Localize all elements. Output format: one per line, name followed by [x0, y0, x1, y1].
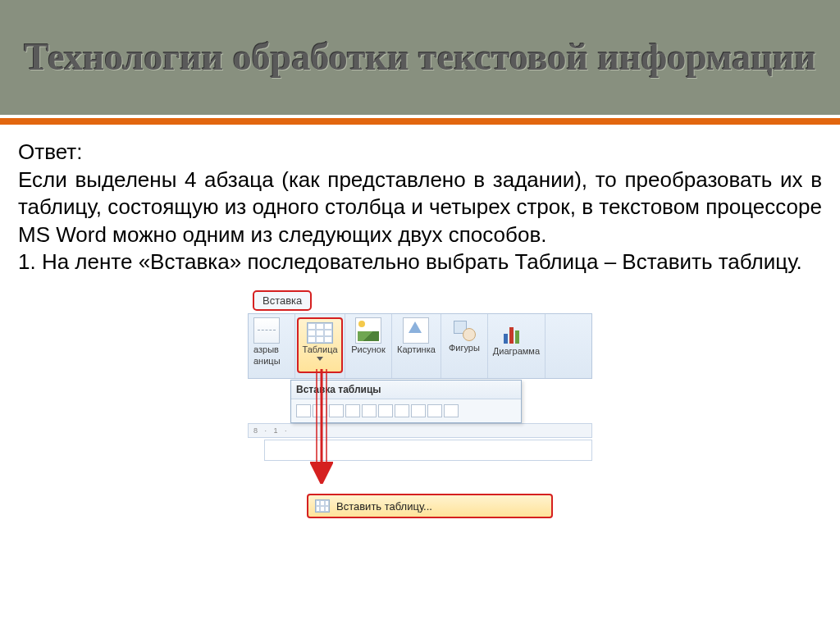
chart-icon	[502, 317, 530, 345]
picture-label: Рисунок	[351, 345, 386, 355]
answer-paragraph-1: Если выделены 4 абзаца (как представлено…	[18, 166, 822, 248]
slide-title: Технологии обработки текстовой информаци…	[24, 37, 815, 79]
insert-table-label: Вставить таблицу...	[336, 500, 432, 513]
table-button[interactable]: Таблица	[297, 317, 343, 373]
ribbon-page-break[interactable]: азрыв аницы	[249, 314, 295, 378]
ribbon-shapes[interactable]: Фигуры	[441, 314, 488, 378]
document-area	[264, 440, 592, 461]
clipart-icon	[403, 317, 429, 344]
answer-paragraph-2: 1. На ленте «Вставка» последовательно вы…	[18, 248, 822, 276]
table-dropdown: Вставка таблицы	[290, 380, 522, 423]
insert-table-menu-item[interactable]: Вставить таблицу...	[307, 494, 553, 518]
slide-content: Ответ: Если выделены 4 абзаца (как предс…	[0, 125, 840, 526]
answer-label: Ответ:	[18, 139, 822, 165]
word-screenshot: Вставка азрыв аницы Таблица Рисунок	[248, 290, 592, 518]
table-mini-icon	[315, 499, 330, 513]
clipart-label: Картинка	[397, 345, 436, 355]
shapes-icon	[452, 317, 477, 342]
ribbon-table-group: Таблица	[295, 314, 345, 378]
shapes-label: Фигуры	[449, 344, 480, 353]
ribbon-picture[interactable]: Рисунок	[345, 314, 392, 378]
chart-label: Диаграмма	[493, 347, 540, 357]
table-icon	[307, 322, 333, 344]
page-break-icon	[253, 317, 280, 344]
page-break-label-2: аницы	[253, 357, 281, 367]
ribbon: азрыв аницы Таблица Рисунок Картинка	[248, 313, 592, 379]
ribbon-chart[interactable]: Диаграмма	[488, 314, 546, 378]
divider-bar	[0, 115, 840, 125]
slide-header: Технологии обработки текстовой информаци…	[0, 0, 840, 115]
ruler: 8 · 1 ·	[248, 423, 592, 438]
table-label: Таблица	[302, 345, 337, 355]
ribbon-clipart[interactable]: Картинка	[392, 314, 441, 378]
page-break-label-1: азрыв	[253, 345, 279, 355]
chevron-down-icon	[317, 357, 323, 361]
ribbon-tab-insert[interactable]: Вставка	[253, 290, 312, 311]
table-grid-preview[interactable]	[291, 399, 521, 422]
dropdown-title: Вставка таблицы	[291, 381, 521, 399]
picture-icon	[355, 317, 381, 344]
